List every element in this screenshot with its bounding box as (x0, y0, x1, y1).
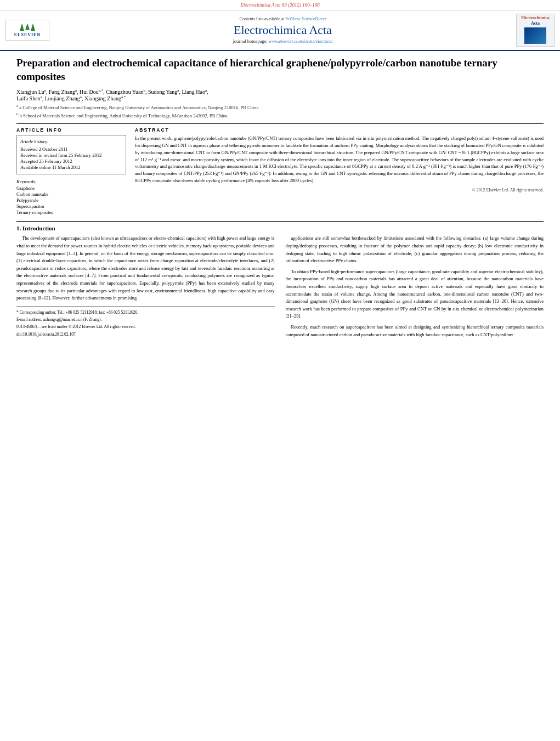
intro-para-right-2: To obtain PPy-based high-performance sup… (286, 268, 544, 320)
abstract-section-label: ABSTRACT (135, 127, 544, 133)
keyword-1: Graphene (16, 185, 126, 191)
received-revised-date: Received in revised form 25 February 201… (20, 152, 122, 158)
intro-para-right-1: applications are still somewhat bottlene… (286, 235, 544, 264)
journal-title: Electrochimica Acta (55, 23, 511, 37)
available-date: Available online 11 March 2012 (20, 165, 122, 170)
keyword-5: Ternary composites (16, 210, 126, 215)
affiliation-a: a a College of Material Science and Engi… (16, 104, 544, 111)
homepage-label: journal homepage: (233, 38, 268, 44)
citation-text: Electrochimica Acta 69 (2012) 160–166 (0, 2, 560, 8)
keywords-label: Keywords: (16, 179, 126, 184)
footnote-email: E-mail address: azhangxg@nuaa.edu.cn (F.… (16, 316, 275, 323)
accepted-date: Accepted 25 February 2012 (20, 159, 122, 164)
keyword-2: Carbon nanotube (16, 191, 126, 197)
history-label: Article history: (20, 139, 122, 144)
journal-homepage: journal homepage: www.elsevier.com/locat… (55, 38, 511, 44)
journal-center: Contents lists available at SciVerse Sci… (55, 16, 511, 44)
affiliation-b: b b School of Materials Science and Engi… (16, 112, 544, 120)
keyword-4: Supercapacitor (16, 203, 126, 209)
article-info-section-label: ARTICLE INFO (16, 127, 126, 133)
footnotes: * Corresponding author. Tel.: +86 025 52… (16, 307, 275, 337)
journal-logo-label: Electrochimica Acta (521, 15, 549, 44)
article-info-column: ARTICLE INFO Article history: Received 2… (16, 127, 126, 216)
footnote-doi: doi:10.1016/j.electacta.2012.02.107 (16, 331, 275, 337)
footnote-issn: 0013-4686/$ – see front matter © 2012 El… (16, 324, 275, 330)
sciverse-link[interactable]: SciVerse ScienceDirect (286, 16, 326, 21)
body-right-column: applications are still somewhat bottlene… (286, 235, 544, 342)
intro-heading: 1. Introduction (16, 225, 544, 231)
authors-text-2: Laifa Shena, Luojiang Zhanga, Xiaogang Z… (16, 95, 126, 101)
authors-text: Xiangjun Lua, Fang Zhanga, Hui Doua,*, C… (16, 89, 208, 95)
keyword-3: Polypyrrole (16, 197, 126, 203)
body-columns: The development of supercapacitors (also… (16, 235, 544, 342)
authors-line: Xiangjun Lua, Fang Zhanga, Hui Doua,*, C… (16, 88, 544, 101)
top-citation-bar: Electrochimica Acta 69 (2012) 160–166 (0, 0, 560, 10)
article-title: Preparation and electrochemical capacita… (16, 56, 544, 83)
abstract-text: In the present work, graphene/polypyrrol… (135, 135, 544, 184)
journal-logo-box: Electrochimica Acta (516, 14, 555, 47)
article-body-lower: 1. Introduction The development of super… (0, 222, 560, 345)
elsevier-logo: ELSEVIER (5, 20, 49, 41)
copyright-line: © 2012 Elsevier Ltd. All rights reserved… (135, 188, 544, 193)
keywords-section: Keywords: Graphene Carbon nanotube Polyp… (16, 179, 126, 215)
info-abstract-columns: ARTICLE INFO Article history: Received 2… (16, 127, 544, 216)
intro-para-right-3: Recently, much research on supercapacito… (286, 324, 544, 338)
footnote-corresponding: * Corresponding author. Tel.: +86 025 52… (16, 309, 275, 315)
received-date: Received 2 October 2011 (20, 146, 122, 152)
tree-icon-3 (31, 24, 35, 31)
section-divider-top (16, 123, 544, 124)
abstract-column: ABSTRACT In the present work, graphene/p… (135, 127, 544, 216)
journal-header: ELSEVIER Contents lists available at Sci… (0, 10, 560, 51)
article-body: Preparation and electrochemical capacita… (0, 51, 560, 221)
contents-text: Contents lists available at (240, 16, 285, 21)
article-info-box: Article history: Received 2 October 2011… (16, 135, 126, 174)
tree-icon-2 (25, 24, 30, 30)
sciverse-line: Contents lists available at SciVerse Sci… (55, 16, 511, 21)
homepage-link[interactable]: www.elsevier.com/locate/electacta (269, 38, 332, 44)
affiliations: a a College of Material Science and Engi… (16, 104, 544, 119)
intro-para-1: The development of supercapacitors (also… (16, 235, 275, 302)
tree-icon (20, 24, 24, 31)
body-left-column: The development of supercapacitors (also… (16, 235, 275, 342)
elsevier-wordmark: ELSEVIER (14, 32, 41, 37)
